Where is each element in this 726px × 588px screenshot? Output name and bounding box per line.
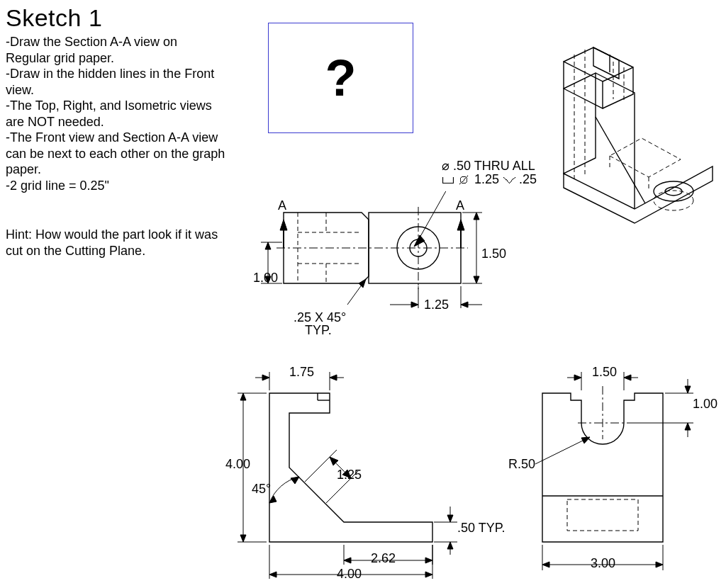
dim-50typ: .50 TYP.: [457, 521, 505, 536]
svg-line-96: [535, 437, 590, 464]
svg-marker-69: [447, 542, 453, 549]
dim-1p25: 1.25: [424, 298, 449, 312]
svg-marker-23: [474, 276, 479, 283]
svg-line-34: [596, 117, 645, 203]
dim-1p50: 1.50: [481, 247, 506, 261]
section-arrow-label: A: [278, 198, 286, 213]
instruction-line: -The Front view and Section A-A view can…: [6, 130, 225, 178]
dim-1p75: 1.75: [289, 365, 314, 380]
dim-rib-1p25: 1.25: [337, 468, 362, 482]
svg-marker-29: [461, 302, 468, 307]
page-title: Sketch 1: [6, 4, 102, 32]
svg-marker-56: [240, 535, 246, 542]
instruction-line: -Draw in the hidden lines in the Front v…: [6, 66, 225, 98]
instruction-block: -Draw the Section A-A view on Regular gr…: [6, 34, 225, 193]
svg-marker-95: [685, 423, 691, 430]
svg-marker-78: [269, 572, 277, 577]
svg-marker-97: [581, 437, 590, 443]
svg-point-41: [654, 191, 693, 210]
dim-slot-1p00: 1.00: [693, 397, 717, 412]
svg-marker-79: [425, 572, 432, 577]
dim-3p00: 3.00: [591, 556, 615, 571]
svg-marker-102: [656, 562, 663, 567]
svg-marker-11: [280, 220, 287, 230]
instruction-line: -The Top, Right, and Isometric views are…: [6, 98, 225, 130]
svg-rect-82: [567, 499, 638, 531]
svg-marker-89: [624, 375, 631, 380]
svg-marker-68: [447, 515, 453, 522]
svg-marker-17: [265, 242, 271, 249]
svg-marker-51: [330, 375, 337, 380]
svg-marker-55: [240, 393, 246, 400]
dim-slot-1p50: 1.50: [592, 365, 617, 380]
svg-marker-31: [359, 279, 366, 288]
dim-1p00: 1.00: [253, 271, 278, 285]
instruction-line: -2 grid line = 0.25": [6, 178, 225, 194]
svg-marker-50: [262, 375, 269, 380]
svg-marker-74: [425, 558, 432, 563]
svg-point-35: [654, 181, 693, 201]
svg-marker-57: [269, 496, 277, 503]
hint-text: Hint: How would the part look if it was …: [6, 227, 225, 259]
svg-marker-101: [542, 562, 549, 567]
right-view: [510, 358, 723, 584]
dim-2p62: 2.62: [371, 551, 396, 566]
svg-marker-13: [457, 220, 464, 230]
svg-marker-58: [291, 477, 299, 484]
svg-marker-22: [474, 213, 479, 220]
section-view-placeholder: ?: [268, 23, 413, 133]
dim-4p00w: 4.00: [337, 567, 362, 582]
chamfer-typ: TYP.: [305, 323, 332, 338]
section-arrow-label: A: [456, 198, 464, 213]
svg-marker-73: [344, 558, 351, 563]
svg-marker-94: [685, 386, 691, 393]
svg-marker-28: [411, 302, 418, 307]
instruction-line: -Draw the Section A-A view on Regular gr…: [6, 34, 225, 66]
dim-45deg: 45°: [252, 482, 271, 497]
question-mark-icon: ?: [325, 49, 357, 107]
svg-marker-33: [414, 235, 425, 247]
dim-4p00h: 4.00: [225, 457, 250, 472]
isometric-view: [542, 39, 723, 251]
svg-line-59: [305, 450, 337, 482]
hole-note-2: ⌴ ⌀ 1.25 ⌵ .25: [442, 172, 537, 187]
hole-note-1: ⌀ .50 THRU ALL: [442, 158, 535, 174]
svg-marker-88: [574, 375, 581, 380]
dim-r50: R.50: [508, 457, 535, 472]
